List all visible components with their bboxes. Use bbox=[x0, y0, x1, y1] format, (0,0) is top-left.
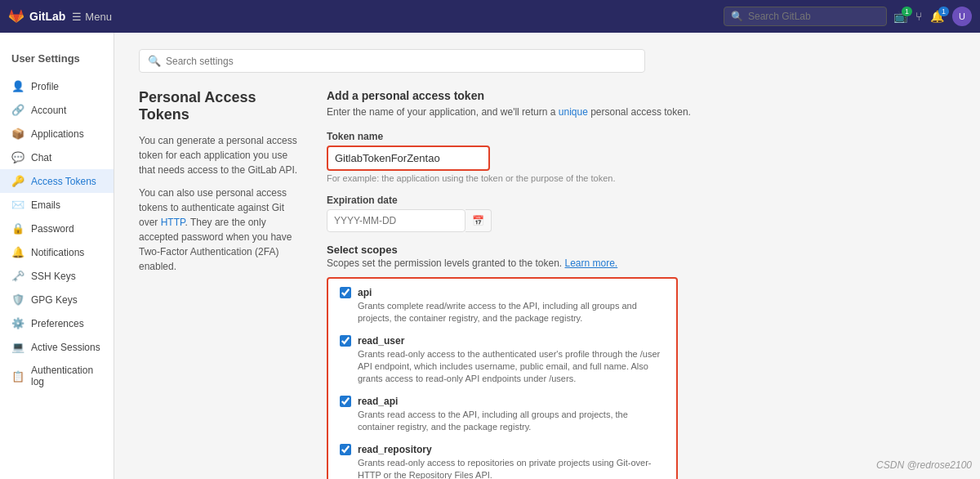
sidebar-label-preferences: Preferences bbox=[31, 318, 84, 329]
sidebar-label-auth-log: Authentication log bbox=[31, 365, 102, 387]
scope-header-api: api bbox=[340, 287, 665, 298]
scopes-desc: Scopes set the permission levels granted… bbox=[327, 257, 956, 269]
learn-more-link[interactable]: Learn more. bbox=[565, 257, 618, 269]
search-bar: 🔍 bbox=[724, 7, 887, 26]
expiration-date-group: Expiration date 📅 bbox=[327, 195, 956, 232]
scope-item-read_api: read_api Grants read access to the API, … bbox=[340, 396, 665, 434]
token-name-group: Token name For example: the application … bbox=[327, 131, 956, 183]
scope-checkbox-api[interactable] bbox=[340, 287, 351, 298]
scope-name-api: api bbox=[358, 287, 372, 298]
date-wrapper: 📅 bbox=[327, 209, 956, 232]
screen-badge: 1 bbox=[902, 7, 912, 16]
sidebar-icon-emails: ✉️ bbox=[11, 199, 24, 211]
sidebar-label-ssh-keys: SSH Keys bbox=[31, 271, 76, 282]
sidebar-item-ssh-keys[interactable]: 🗝️SSH Keys bbox=[0, 264, 114, 288]
sidebar-label-chat: Chat bbox=[31, 152, 51, 163]
settings-search-bar: 🔍 bbox=[139, 49, 645, 73]
token-name-hint: For example: the application using the t… bbox=[327, 173, 956, 183]
scope-item-api: api Grants complete read/write access to… bbox=[340, 287, 665, 325]
token-name-label: Token name bbox=[327, 131, 956, 142]
logo-text: GitLab bbox=[29, 10, 65, 23]
scope-item-read_repository: read_repository Grants read-only access … bbox=[340, 444, 665, 479]
token-name-input[interactable] bbox=[327, 145, 490, 171]
scopes-title: Select scopes bbox=[327, 244, 956, 256]
date-picker-button[interactable]: 📅 bbox=[466, 209, 492, 232]
layout: User Settings 👤Profile🔗Account📦Applicati… bbox=[0, 33, 980, 479]
expiration-input[interactable] bbox=[327, 209, 466, 232]
description-para1: You can generate a personal access token… bbox=[139, 133, 302, 177]
sidebar-item-account[interactable]: 🔗Account bbox=[0, 98, 114, 122]
sidebar-icon-gpg-keys: 🛡️ bbox=[11, 293, 24, 306]
sidebar-item-profile[interactable]: 👤Profile bbox=[0, 74, 114, 98]
left-column: Personal Access Tokens You can generate … bbox=[139, 89, 302, 282]
scope-header-read_api: read_api bbox=[340, 396, 665, 407]
main-content: 🔍 Personal Access Tokens You can generat… bbox=[114, 33, 980, 479]
scope-desc-read_api: Grants read access to the API, including… bbox=[340, 409, 665, 434]
page-title: Personal Access Tokens bbox=[139, 89, 302, 123]
scope-name-read_api: read_api bbox=[358, 396, 398, 407]
sidebar-label-profile: Profile bbox=[31, 81, 59, 92]
sidebar-label-account: Account bbox=[31, 105, 66, 116]
sidebar-icon-applications: 📦 bbox=[11, 128, 24, 140]
sidebar-icon-profile: 👤 bbox=[11, 80, 24, 92]
sidebar-icon-notifications: 🔔 bbox=[11, 246, 24, 258]
sidebar-title: User Settings bbox=[0, 46, 114, 74]
scope-checkbox-read_user[interactable] bbox=[340, 335, 351, 347]
merge-icon[interactable]: ⑂ bbox=[915, 10, 922, 23]
form-section-title: Add a personal access token bbox=[327, 89, 956, 102]
sidebar-item-auth-log[interactable]: 📋Authentication log bbox=[0, 359, 114, 393]
sidebar-item-active-sessions[interactable]: 💻Active Sessions bbox=[0, 335, 114, 359]
logo: GitLab bbox=[8, 8, 65, 25]
scope-checkbox-read_repository[interactable] bbox=[340, 444, 351, 455]
scope-header-read_repository: read_repository bbox=[340, 444, 665, 455]
sidebar-item-password[interactable]: 🔒Password bbox=[0, 217, 114, 240]
search-icon: 🔍 bbox=[731, 11, 743, 22]
sidebar-label-active-sessions: Active Sessions bbox=[31, 342, 100, 353]
scope-header-read_user: read_user bbox=[340, 335, 665, 347]
sidebar-icon-preferences: ⚙️ bbox=[11, 317, 24, 329]
sidebar-item-chat[interactable]: 💬Chat bbox=[0, 145, 114, 169]
sidebar-icon-password: 🔒 bbox=[11, 222, 24, 235]
sidebar-item-preferences[interactable]: ⚙️Preferences bbox=[0, 311, 114, 335]
scope-desc-read_repository: Grants read-only access to repositories … bbox=[340, 457, 665, 479]
watermark: CSDN @redrose2100 bbox=[876, 459, 972, 471]
description-para2: You can also use personal access tokens … bbox=[139, 186, 302, 274]
scopes-section: Select scopes Scopes set the permission … bbox=[327, 244, 956, 479]
sidebar-icon-chat: 💬 bbox=[11, 151, 24, 163]
scope-desc-api: Grants complete read/write access to the… bbox=[340, 300, 665, 325]
notification-icon[interactable]: 🔔 1 bbox=[930, 10, 944, 23]
scope-checkbox-read_api[interactable] bbox=[340, 396, 351, 407]
scope-desc-read_user: Grants read-only access to the authentic… bbox=[340, 348, 665, 386]
sidebar-item-notifications[interactable]: 🔔Notifications bbox=[0, 240, 114, 264]
sidebar-item-access-tokens[interactable]: 🔑Access Tokens bbox=[0, 169, 114, 193]
sidebar-icon-account: 🔗 bbox=[11, 104, 24, 116]
sidebar-label-password: Password bbox=[31, 223, 74, 235]
right-column: Add a personal access token Enter the na… bbox=[327, 89, 956, 479]
avatar[interactable]: U bbox=[952, 7, 972, 26]
settings-search-input[interactable] bbox=[166, 56, 636, 67]
unique-link[interactable]: unique bbox=[559, 106, 588, 118]
sidebar-icon-access-tokens: 🔑 bbox=[11, 175, 24, 187]
sidebar-label-applications: Applications bbox=[31, 128, 84, 140]
sidebar-icon-auth-log: 📋 bbox=[11, 370, 24, 383]
search-input[interactable] bbox=[748, 11, 862, 22]
sidebar-item-gpg-keys[interactable]: 🛡️GPG Keys bbox=[0, 288, 114, 311]
screen-icon[interactable]: 📺 1 bbox=[893, 10, 907, 23]
sidebar-icon-ssh-keys: 🗝️ bbox=[11, 270, 24, 282]
menu-button[interactable]: ☰ Menu bbox=[72, 11, 112, 23]
scope-item-read_user: read_user Grants read-only access to the… bbox=[340, 335, 665, 386]
search-settings-icon: 🔍 bbox=[148, 55, 161, 67]
sidebar-icon-active-sessions: 💻 bbox=[11, 341, 24, 353]
scope-name-read_repository: read_repository bbox=[358, 444, 432, 455]
sidebar-label-notifications: Notifications bbox=[31, 247, 84, 258]
nav-icons: 📺 1 ⑂ 🔔 1 U bbox=[893, 7, 972, 26]
expiration-label: Expiration date bbox=[327, 195, 956, 206]
form-section-desc: Enter the name of your application, and … bbox=[327, 105, 956, 119]
sidebar-label-gpg-keys: GPG Keys bbox=[31, 294, 78, 306]
sidebar-item-emails[interactable]: ✉️Emails bbox=[0, 193, 114, 217]
sidebar-item-applications[interactable]: 📦Applications bbox=[0, 122, 114, 145]
sidebar-label-access-tokens: Access Tokens bbox=[31, 176, 96, 187]
http-link[interactable]: HTTP bbox=[161, 217, 185, 228]
sidebar-label-emails: Emails bbox=[31, 199, 60, 211]
scope-name-read_user: read_user bbox=[358, 335, 404, 347]
